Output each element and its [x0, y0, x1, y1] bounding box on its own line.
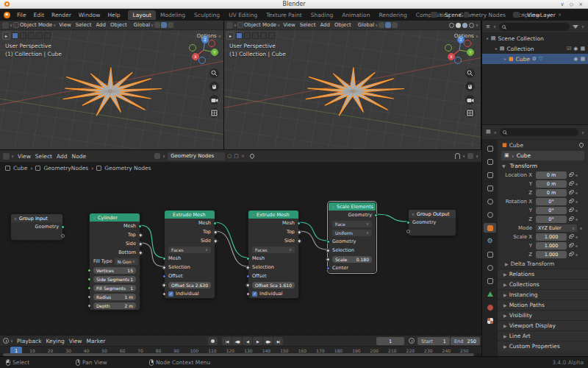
delta-transform-section[interactable]: ▶Delta Transform: [498, 259, 588, 269]
fake-user-icon[interactable]: ○: [227, 154, 232, 159]
animate-dot-icon[interactable]: [576, 210, 578, 212]
section-relations[interactable]: ▶Relations: [498, 269, 588, 279]
disclosure-icon[interactable]: ▸: [504, 57, 506, 61]
workspace-tab-uv-editing[interactable]: UV Editing: [224, 10, 262, 20]
select-box-icon[interactable]: [244, 32, 251, 39]
outliner-row-cube[interactable]: ▸■Cube⚙▽◉▦: [482, 54, 588, 64]
node-title[interactable]: ∨Group Input: [11, 214, 62, 222]
node-dropdown[interactable]: Face∨: [332, 221, 372, 227]
frame-tick-90[interactable]: 90: [173, 348, 179, 353]
bool-socket[interactable]: [246, 292, 250, 296]
timeline-menu-playback[interactable]: Playback: [15, 338, 43, 344]
workspace-tab-modeling[interactable]: Modeling: [156, 10, 190, 20]
workspace-tab-texture-paint[interactable]: Texture Paint: [262, 10, 306, 20]
eye-icon[interactable]: ◉: [573, 57, 578, 62]
transform-value-field[interactable]: 0 m: [536, 180, 567, 188]
frame-tick-70[interactable]: 70: [137, 348, 143, 353]
workspace-tab-layout[interactable]: Layout: [128, 10, 156, 20]
flower-mesh[interactable]: [15, 41, 206, 149]
auto-keying-button[interactable]: [208, 337, 218, 345]
toggle-perspective-icon[interactable]: [465, 108, 475, 118]
frame-start-field[interactable]: Start1: [417, 337, 450, 345]
viewport-canvas[interactable]: User Perspective (1) Collection | Cube Z…: [224, 30, 481, 149]
transform-value-field[interactable]: 0 m: [536, 171, 567, 179]
camera-view-icon[interactable]: [465, 95, 475, 105]
select-mode-icon[interactable]: [236, 32, 243, 39]
int-socket[interactable]: [87, 277, 91, 281]
lock-icon[interactable]: [569, 236, 573, 238]
transport-button[interactable]: ▶: [253, 337, 262, 345]
transform-value-field[interactable]: 1.000: [536, 251, 567, 258]
animate-dot-icon[interactable]: [576, 236, 578, 238]
editor-type-icon[interactable]: ▤: [486, 130, 491, 135]
options-dropdown[interactable]: Options ∨: [454, 33, 478, 39]
checkbox-checked-icon[interactable]: ✓: [168, 291, 173, 297]
transport-button[interactable]: ◀: [243, 337, 252, 345]
frame-tick-20[interactable]: 20: [48, 348, 54, 353]
menubar-menu-file[interactable]: File: [13, 12, 30, 18]
properties-tab-modifiers[interactable]: ⚙: [484, 236, 496, 246]
node-editor-menu-node[interactable]: Node: [70, 153, 89, 160]
frame-tick-250[interactable]: 250: [460, 348, 468, 353]
zoom-icon[interactable]: [465, 68, 475, 78]
int-socket[interactable]: [87, 286, 91, 290]
node-editor-menu-add[interactable]: Add: [54, 153, 70, 160]
viewport-menu-select[interactable]: Select: [74, 22, 94, 28]
properties-tab-world[interactable]: [484, 210, 496, 219]
node-editor-menu-view[interactable]: View: [15, 153, 33, 160]
breadcrumb-object-name[interactable]: Cube: [509, 142, 523, 149]
outliner-search-input[interactable]: [499, 23, 570, 31]
select-circle-icon[interactable]: [252, 32, 259, 39]
unlink-scene-icon[interactable]: ×: [471, 12, 475, 18]
workspace-tab-shading[interactable]: Shading: [306, 10, 337, 20]
lock-icon[interactable]: [569, 183, 573, 185]
frame-tick-100[interactable]: 100: [190, 348, 198, 353]
cursor-tool-icon[interactable]: [44, 32, 51, 39]
lock-icon[interactable]: [569, 218, 573, 221]
frame-tick-120[interactable]: 120: [226, 348, 234, 353]
viewport-menu-add[interactable]: Add: [318, 22, 332, 28]
rendered-shading-icon[interactable]: [469, 23, 474, 28]
current-frame-field[interactable]: 1: [376, 337, 404, 345]
check-icon[interactable]: ☑: [567, 46, 571, 52]
disclosure-icon[interactable]: ▸: [495, 46, 498, 51]
eye-icon[interactable]: ◉: [573, 46, 578, 52]
properties-tab-scene[interactable]: [484, 197, 496, 206]
properties-tab-texture[interactable]: [484, 316, 496, 325]
filter-menu-icon[interactable]: ≡: [486, 24, 490, 29]
viewport-menu-add[interactable]: Add: [93, 22, 108, 28]
node-value-slider[interactable]: Scale0.180: [332, 256, 372, 263]
timeline-menu-keying[interactable]: Keying: [44, 338, 67, 344]
menubar-menu-render[interactable]: Render: [48, 12, 75, 18]
transform-value-field[interactable]: 0°: [536, 207, 567, 214]
frame-end-field[interactable]: End250: [451, 337, 480, 345]
frame-tick-150[interactable]: 150: [280, 348, 288, 353]
editor-type-icon[interactable]: [3, 338, 9, 344]
properties-tab-view-layer[interactable]: [484, 183, 496, 193]
properties-search-input[interactable]: [500, 128, 578, 136]
properties-tab-constraints[interactable]: [484, 276, 496, 286]
node-value-slider[interactable]: Vertices15: [93, 267, 136, 274]
geo-socket[interactable]: [61, 225, 65, 229]
scene-name[interactable]: Scene: [445, 12, 462, 18]
animate-dot-icon[interactable]: [580, 227, 582, 230]
field-socket[interactable]: [162, 265, 166, 269]
animate-dot-icon[interactable]: [576, 245, 578, 247]
node-title[interactable]: ∨Extrude Mesh: [165, 210, 215, 219]
vec-socket[interactable]: [246, 275, 250, 278]
outliner-row-collection[interactable]: ▸▤Collection☑◉▦: [482, 43, 588, 54]
viewport-2[interactable]: ∨ Object Mode∨ ViewSelectAddObject Globa…: [224, 21, 481, 149]
node-value-slider[interactable]: Radius1 m: [93, 294, 136, 300]
viewport-menu-object[interactable]: Object: [108, 22, 129, 28]
node-value-slider[interactable]: Offset Sca2.630: [168, 282, 211, 289]
checkbox-checked-icon[interactable]: ✓: [252, 291, 257, 297]
properties-tab-material[interactable]: [484, 302, 496, 312]
frame-tick-30[interactable]: 30: [65, 348, 71, 353]
node-extrude-mesh[interactable]: ∨Extrude MeshMeshTopSideFaces∨MeshSelect…: [164, 210, 215, 299]
workspace-tab-sculpting[interactable]: Sculpting: [190, 10, 224, 20]
node-dropdown[interactable]: Uniform∨: [332, 230, 372, 236]
material-shading-icon[interactable]: [462, 23, 467, 28]
geo-socket[interactable]: [162, 257, 166, 261]
breadcrumb-item[interactable]: Cube: [13, 165, 27, 171]
breadcrumb-item[interactable]: Geometry Nodes: [104, 165, 151, 171]
